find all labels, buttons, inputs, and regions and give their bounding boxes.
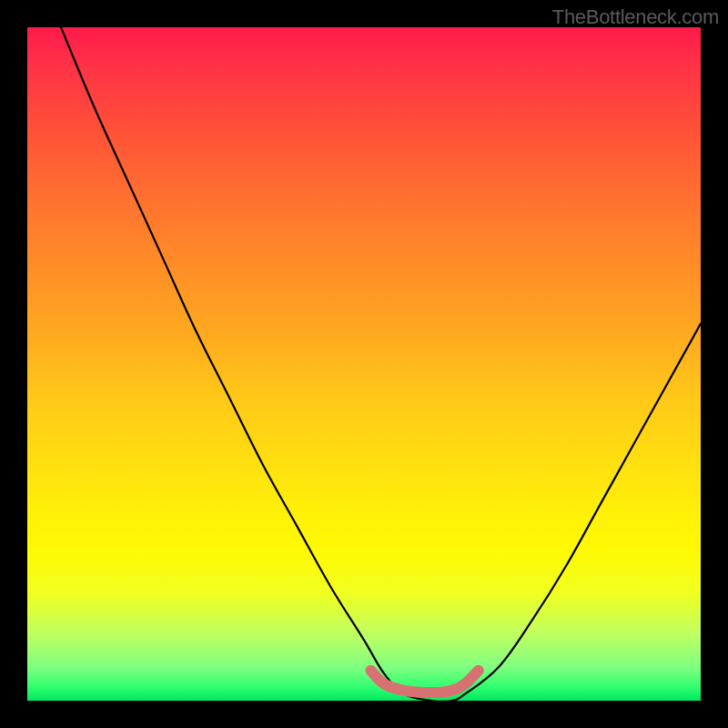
highlight-curve xyxy=(370,671,478,693)
main-curve xyxy=(61,27,701,701)
chart-svg xyxy=(27,27,701,701)
credit-text: TheBottleneck.com xyxy=(552,5,719,29)
